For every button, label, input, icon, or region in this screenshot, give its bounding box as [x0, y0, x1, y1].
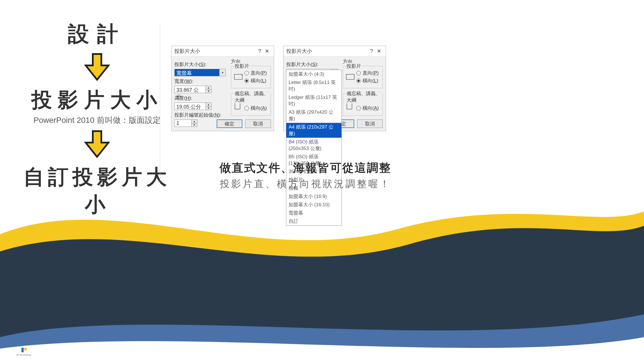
- left-steps: 設計 投影片大小 PowerPoint 2010 前叫做：版面設定 自訂投影片大…: [23, 20, 171, 218]
- height-label: 高度(H):: [174, 95, 232, 101]
- notes-landscape-radio[interactable]: 橫向(A): [244, 105, 267, 111]
- width-spinner[interactable]: 33.867 公分 ▲▼: [174, 86, 212, 93]
- close-button[interactable]: ✕: [375, 48, 383, 54]
- spinner-up-icon[interactable]: ▲: [192, 120, 197, 123]
- dropdown-option[interactable]: Ledger 紙張 (11x17 英吋): [286, 93, 341, 108]
- logo-icon: [20, 347, 27, 353]
- caption-line-2: 投影片直、橫方向視狀況調整喔！: [203, 177, 408, 191]
- dropdown-option[interactable]: B4 (ISO) 紙張 (250x353 公釐): [286, 138, 341, 153]
- notes-group-title: 備忘稿、講義、大綱: [345, 90, 383, 103]
- chevron-down-icon[interactable]: ▾: [219, 69, 226, 76]
- dialog-titlebar: 投影片大小 ? ✕: [172, 46, 274, 57]
- svg-rect-0: [234, 74, 242, 79]
- slide-size-dialog-1: 投影片大小 ? ✕ 投影片大小(S): 寬螢幕 ▾ 寬度(W): 33.867 …: [171, 46, 274, 131]
- slides-group-title: 投影片: [234, 63, 250, 69]
- dropdown-option[interactable]: 如螢幕大小 (4:3): [286, 70, 341, 78]
- width-label: 寬度(W):: [174, 78, 232, 85]
- dropdown-option[interactable]: A3 紙張 (297x420 公釐): [286, 108, 341, 123]
- help-button[interactable]: ?: [369, 48, 375, 54]
- caption: 做直式文件、海報皆可從這調整 投影片直、橫方向視狀況調整喔！: [203, 160, 408, 191]
- spinner-up-icon[interactable]: ▲: [206, 103, 211, 107]
- spinner-down-icon[interactable]: ▼: [206, 107, 211, 110]
- logo-text: JP Workshop: [16, 353, 31, 356]
- close-button[interactable]: ✕: [263, 48, 271, 54]
- help-button[interactable]: ?: [257, 48, 263, 54]
- slides-landscape-radio[interactable]: 橫向(L): [244, 77, 267, 84]
- step-1-title: 設計: [23, 20, 171, 49]
- slides-orientation-group: 投影片 直向(P) 橫向(L): [231, 66, 271, 88]
- spinner-up-icon[interactable]: ▲: [206, 86, 211, 90]
- landscape-page-icon: [234, 73, 243, 80]
- cancel-button[interactable]: 取消: [357, 119, 383, 128]
- dialog-title: 投影片大小: [286, 48, 369, 55]
- svg-rect-2: [346, 74, 354, 79]
- caption-line-1: 做直式文件、海報皆可從這調整: [203, 160, 408, 176]
- notes-orientation-group: 備忘稿、講義、大綱 直向(O) 橫向(A): [231, 93, 271, 116]
- wave-decoration: [0, 194, 644, 362]
- numstart-value: 1: [175, 120, 191, 127]
- notes-orientation-group: 備忘稿、講義、大綱 直向(O) 橫向(A): [343, 93, 383, 116]
- arrow-icon-1: [23, 53, 171, 82]
- arrow-icon-2: [23, 130, 171, 159]
- slides-orientation-group: 投影片 直向(P) 橫向(L): [343, 66, 383, 88]
- dropdown-option[interactable]: Letter 紙張 (8.5x11 英吋): [286, 78, 341, 93]
- spinner-down-icon[interactable]: ▼: [192, 123, 197, 127]
- svg-rect-4: [21, 348, 24, 352]
- cancel-button[interactable]: 取消: [245, 119, 271, 128]
- notes-group-title: 備忘稿、講義、大綱: [234, 90, 271, 103]
- size-label: 投影片大小(S):: [174, 61, 232, 68]
- numstart-spinner[interactable]: 1 ▲▼: [174, 119, 197, 127]
- slides-group-title: 投影片: [345, 63, 362, 69]
- slides-landscape-radio[interactable]: 橫向(L): [356, 77, 379, 84]
- numstart-label: 投影片編號起始值(N):: [174, 112, 232, 118]
- dialog-titlebar: 投影片大小 ? ✕: [283, 46, 386, 57]
- dropdown-option[interactable]: A4 紙張 (210x297 公釐): [286, 123, 341, 138]
- spinner-down-icon[interactable]: ▼: [206, 90, 211, 93]
- notes-landscape-radio[interactable]: 橫向(A): [356, 105, 379, 111]
- slides-portrait-radio[interactable]: 直向(P): [244, 70, 267, 76]
- height-value: 19.05 公分: [175, 103, 206, 110]
- step-2-title: 投影片大小: [23, 86, 171, 114]
- landscape-page-icon: [346, 73, 355, 80]
- logo: JP Workshop: [16, 347, 31, 356]
- slides-portrait-radio[interactable]: 直向(P): [356, 70, 379, 76]
- svg-rect-5: [24, 348, 27, 351]
- step-2-subtitle: PowerPoint 2010 前叫做：版面設定: [23, 115, 171, 126]
- divider: [160, 23, 160, 186]
- size-selected: 寬螢幕: [175, 69, 219, 76]
- dialog-title: 投影片大小: [174, 48, 257, 55]
- size-label: 投影片大小(S):: [286, 61, 343, 68]
- height-spinner[interactable]: 19.05 公分 ▲▼: [174, 103, 212, 110]
- width-value: 33.867 公分: [175, 86, 206, 93]
- size-combobox[interactable]: 寬螢幕 ▾: [174, 69, 226, 76]
